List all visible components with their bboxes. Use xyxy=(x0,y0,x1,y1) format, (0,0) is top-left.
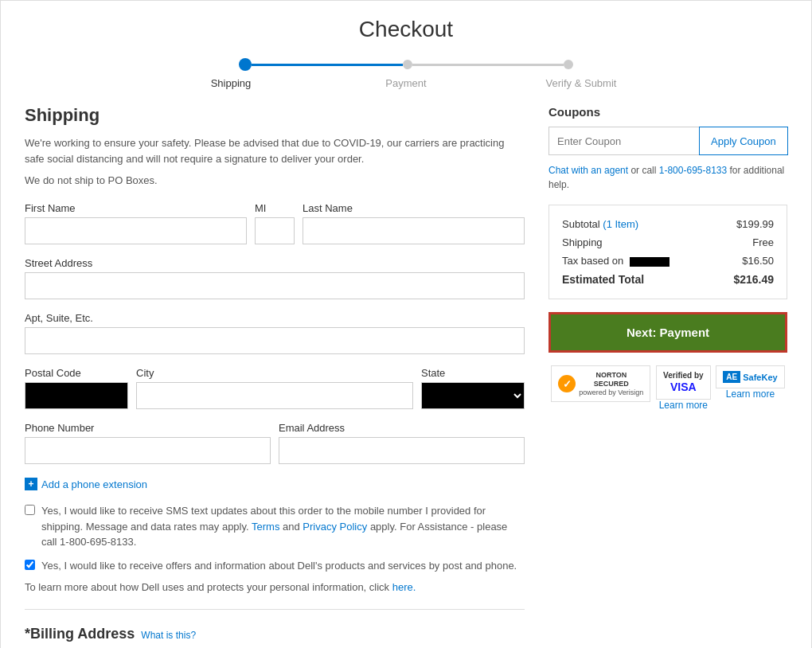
last-name-group: Last Name xyxy=(303,202,525,244)
norton-checkmark: ✓ xyxy=(558,375,576,392)
safekey-badge: AE SafeKey Learn more xyxy=(716,365,784,400)
street-input[interactable] xyxy=(25,272,525,299)
step-shipping xyxy=(239,58,252,71)
norton-badge: ✓ NORTONSECUREDpowered by Verisign xyxy=(551,365,650,402)
tax-bar xyxy=(630,257,670,267)
total-row: Estimated Total $216.49 xyxy=(562,273,774,286)
plus-icon: + xyxy=(25,478,37,490)
offers-checkbox[interactable] xyxy=(25,560,35,570)
shipping-label: Shipping xyxy=(562,236,603,248)
email-group: Email Address xyxy=(279,422,525,464)
state-group: State xyxy=(421,367,525,409)
first-name-group: First Name xyxy=(25,202,247,244)
apply-coupon-button[interactable]: Apply Coupon xyxy=(699,127,788,155)
divider xyxy=(25,609,525,610)
billing-section: *Billing AddressWhat is this? Same as sh… xyxy=(25,626,525,648)
norton-badge-inner: ✓ NORTONSECUREDpowered by Verisign xyxy=(551,365,650,402)
street-label: Street Address xyxy=(25,257,525,269)
visa-learn-more-link[interactable]: Learn more xyxy=(659,400,708,411)
city-label: City xyxy=(136,367,413,379)
coupon-row: Apply Coupon xyxy=(548,127,787,155)
contact-row: Phone Number Email Address xyxy=(25,422,525,464)
order-summary-panel: Coupons Apply Coupon Chat with an agent … xyxy=(548,105,787,648)
first-name-label: First Name xyxy=(25,202,247,214)
city-group: City xyxy=(136,367,413,409)
terms-link[interactable]: Terms xyxy=(252,521,279,533)
covid-notice: We're working to ensure your safety. Ple… xyxy=(25,135,525,166)
tax-label: Tax based on xyxy=(562,255,670,267)
shipping-value: Free xyxy=(752,236,774,248)
step-label-payment: Payment xyxy=(318,77,494,89)
total-label: Estimated Total xyxy=(562,273,644,286)
last-name-label: Last Name xyxy=(303,202,525,214)
step-line-1 xyxy=(252,64,403,66)
step-label-verify: Verify & Submit xyxy=(494,77,669,89)
po-notice: We do not ship to PO Boxes. xyxy=(25,174,525,186)
step-label-shipping: Shipping xyxy=(143,77,318,89)
first-name-input[interactable] xyxy=(25,217,247,244)
visa-badge-inner: Verified byVISA xyxy=(656,365,711,400)
city-input[interactable] xyxy=(136,382,413,409)
sms-checkbox[interactable] xyxy=(25,505,35,515)
step-dot-payment xyxy=(403,60,412,69)
postal-input[interactable] xyxy=(25,382,128,409)
shipping-title: Shipping xyxy=(25,105,525,126)
privacy-link[interactable]: Privacy Policy xyxy=(303,521,367,533)
privacy-notice: To learn more about how Dell uses and pr… xyxy=(25,581,525,593)
step-dot-shipping xyxy=(239,58,252,71)
visa-badge: Verified byVISA Learn more xyxy=(656,365,711,411)
what-is-this-link[interactable]: What is this? xyxy=(141,630,196,641)
apt-label: Apt, Suite, Etc. xyxy=(25,312,525,324)
here-link[interactable]: here. xyxy=(392,581,416,593)
chat-agent-link[interactable]: Chat with an agent xyxy=(548,165,628,176)
postal-group: Postal Code xyxy=(25,367,128,409)
safekey-learn-more-link[interactable]: Learn more xyxy=(726,388,775,400)
tax-row: Tax based on $16.50 xyxy=(562,255,774,267)
coupons-title: Coupons xyxy=(548,105,787,119)
norton-text: NORTONSECUREDpowered by Verisign xyxy=(579,371,643,396)
state-label: State xyxy=(421,367,525,379)
add-extension-button[interactable]: + Add a phone extension xyxy=(25,478,147,490)
coupons-section: Coupons Apply Coupon Chat with an agent … xyxy=(548,105,787,192)
email-input[interactable] xyxy=(279,437,525,464)
step-line-2 xyxy=(412,64,564,66)
security-badges: ✓ NORTONSECUREDpowered by Verisign Verif… xyxy=(548,365,787,411)
apt-group: Apt, Suite, Etc. xyxy=(25,312,525,354)
items-link[interactable]: (1 Item) xyxy=(603,218,638,230)
tax-value: $16.50 xyxy=(742,255,774,267)
mi-input[interactable] xyxy=(255,217,295,244)
visa-verified-text: Verified byVISA xyxy=(663,371,704,394)
add-extension-label: Add a phone extension xyxy=(41,478,147,490)
page-title: Checkout xyxy=(25,17,787,42)
safekey-text: AE SafeKey xyxy=(723,371,777,383)
step-verify xyxy=(564,60,573,69)
offers-checkbox-row: Yes, I would like to receive offers and … xyxy=(25,558,525,574)
last-name-input[interactable] xyxy=(303,217,525,244)
next-payment-button[interactable]: Next: Payment xyxy=(548,312,787,353)
location-row: Postal Code City State xyxy=(25,367,525,409)
phone-label: Phone Number xyxy=(25,422,271,434)
coupon-input[interactable] xyxy=(548,127,699,155)
steps-labels: Shipping Payment Verify & Submit xyxy=(25,77,787,89)
apt-input[interactable] xyxy=(25,327,525,354)
step-payment xyxy=(403,60,412,69)
phone-input[interactable] xyxy=(25,437,271,464)
progress-steps xyxy=(25,58,787,71)
phone-link[interactable]: 1-800-695-8133 xyxy=(659,165,727,176)
mi-group: MI xyxy=(255,202,295,244)
sms-text: Yes, I would like to receive SMS text up… xyxy=(41,503,525,550)
subtotal-value: $199.99 xyxy=(736,218,774,230)
state-select[interactable] xyxy=(421,382,525,409)
street-group: Street Address xyxy=(25,257,525,299)
shipping-form-panel: Shipping We're working to ensure your sa… xyxy=(25,105,525,648)
agent-text: Chat with an agent or call 1-800-695-813… xyxy=(548,163,787,192)
safekey-badge-inner: AE SafeKey xyxy=(716,365,784,388)
name-row: First Name MI Last Name xyxy=(25,202,525,244)
billing-title: *Billing AddressWhat is this? xyxy=(25,626,196,642)
step-dot-verify xyxy=(564,60,573,69)
mi-label: MI xyxy=(255,202,295,214)
total-value: $216.49 xyxy=(733,273,774,286)
subtotal-row: Subtotal (1 Item) $199.99 xyxy=(562,218,774,230)
subtotal-label: Subtotal (1 Item) xyxy=(562,218,638,230)
offers-text: Yes, I would like to receive offers and … xyxy=(41,558,517,574)
